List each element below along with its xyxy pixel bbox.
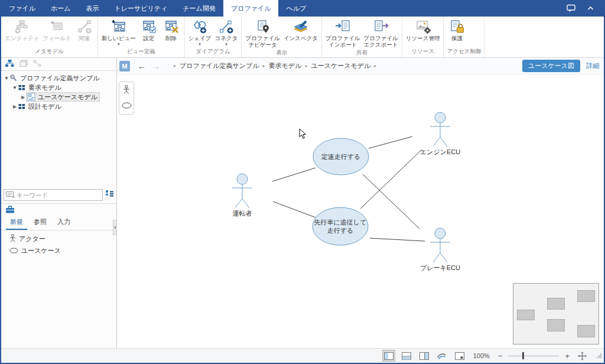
fit-view-icon[interactable] — [575, 350, 588, 362]
actor-leg[interactable] — [440, 137, 447, 147]
zoom-out-button[interactable]: − — [497, 352, 504, 360]
association-edge[interactable] — [272, 168, 315, 181]
layout-horizontal-split-icon[interactable] — [400, 350, 413, 362]
relation-button[interactable]: 関連 — [73, 17, 96, 42]
protect-button[interactable]: 保護 — [445, 17, 468, 42]
status-bar: 100% − + — [1, 348, 604, 363]
toolbox-item-label: アクター — [19, 235, 45, 243]
breadcrumb-separator-icon: ▸ — [374, 63, 376, 69]
menu-tab-file[interactable]: ファイル — [1, 0, 43, 17]
nav-back-icon[interactable]: ← — [135, 62, 149, 70]
toolbox-tab-input[interactable]: 入力 — [53, 216, 74, 230]
actor-leg[interactable] — [433, 137, 440, 147]
toolbox-item-actor[interactable]: アクター — [9, 234, 116, 244]
entity-icon — [14, 18, 30, 35]
app-window: ファイル ホーム 表示 トレーサビリティ チーム開発 プロファイル ヘルプ エン… — [0, 0, 605, 364]
toolbox-tab-reference[interactable]: 参照 — [30, 216, 51, 230]
breadcrumb-segment[interactable]: 要求モデル — [269, 61, 302, 70]
user-avatar[interactable]: M — [119, 61, 130, 72]
profile-navigator-button[interactable]: プロファイル ナビゲータ — [243, 17, 281, 48]
actor-leg[interactable] — [440, 253, 447, 262]
breadcrumb: ▸ プロファイル定義サンプル ▸ 要求モデル ▸ ユースケースモデル ▸ — [174, 61, 376, 70]
breadcrumb-segment[interactable]: ユースケースモデル — [311, 61, 370, 70]
palette-usecase-icon[interactable] — [122, 100, 132, 111]
expander-down-icon[interactable]: ▼ — [12, 85, 18, 90]
breadcrumb-separator-icon: ▸ — [305, 63, 307, 69]
profile-export-button[interactable]: プロファイル エクスポート — [362, 17, 399, 48]
diagram-canvas[interactable]: 運転者エンジンECUブレーキECU定速走行する先行車に追従して走行する — [117, 74, 604, 348]
ribbon-group-diagram: シェイプ ▾ コネクタ ▾ ダイアグラム — [185, 17, 242, 57]
expander-down-icon[interactable]: ▼ — [4, 76, 9, 81]
usecase-label: 定速走行する — [321, 153, 361, 160]
association-edge[interactable] — [370, 238, 425, 241]
toolbox-item-usecase[interactable]: ユースケース — [9, 246, 116, 256]
menu-tab-team[interactable]: チーム開発 — [175, 0, 223, 17]
menu-tab-profile[interactable]: プロファイル — [223, 0, 279, 17]
tree-item-profile-sample[interactable]: ▼ プロファイル定義サンプル — [1, 73, 116, 83]
relation-view-icon[interactable] — [33, 59, 41, 70]
entity-button[interactable]: エンティティ — [3, 17, 41, 42]
actor-head[interactable] — [435, 112, 445, 123]
tree-item-usecase-model[interactable]: ▶ ユースケースモデル — [1, 92, 116, 102]
palette-actor-icon[interactable] — [123, 85, 130, 97]
zoom-slider[interactable] — [508, 352, 559, 360]
breadcrumb-segment[interactable]: プロファイル定義サンプル — [180, 61, 259, 70]
resize-grip[interactable] — [597, 353, 601, 358]
profile-import-button[interactable]: プロファイル インポート — [324, 17, 362, 48]
minimap[interactable] — [513, 283, 599, 344]
view-list-icon[interactable] — [19, 59, 28, 70]
actor-leg[interactable] — [235, 199, 242, 208]
association-edge[interactable] — [369, 136, 412, 148]
minimap-toggle-icon[interactable] — [453, 350, 466, 362]
menu-tab-help[interactable]: ヘルプ — [278, 0, 314, 17]
ribbon-group-label: ビュー定義 — [100, 47, 183, 57]
zoom-in-button[interactable]: + — [564, 352, 571, 360]
actor-label: ブレーキECU — [420, 264, 460, 271]
new-view-button[interactable]: 新しいビュー ▾ — [100, 17, 138, 46]
collapse-ribbon-icon[interactable] — [584, 2, 597, 14]
actor-head[interactable] — [435, 228, 445, 239]
view-delete-button[interactable]: 削除 — [160, 17, 183, 42]
association-edge[interactable] — [273, 202, 315, 217]
layout-single-icon[interactable] — [382, 350, 395, 362]
resource-management-button[interactable]: リソース管理 — [404, 17, 442, 42]
feedback-comment-icon[interactable] — [565, 2, 578, 14]
actor-leg[interactable] — [242, 199, 249, 208]
ribbon-group-label: 共有 — [324, 48, 400, 58]
ribbon-group-label: アクセス制御 — [445, 47, 482, 57]
menu-tab-traceability[interactable]: トレーサビリティ — [107, 0, 175, 17]
tree-item-requirement-model[interactable]: ▼ 要求モデル — [1, 83, 116, 92]
chevron-down-icon: ▾ — [199, 43, 201, 46]
detail-link[interactable]: 詳細 — [586, 61, 599, 70]
connector-button[interactable]: コネクタ ▾ — [213, 17, 240, 46]
usecase-node[interactable] — [313, 207, 368, 245]
view-settings-button[interactable]: 設定 — [138, 17, 160, 42]
expander-right-icon[interactable]: ▶ — [20, 95, 26, 100]
association-edge[interactable] — [360, 150, 422, 209]
sidebar-collapse-handle[interactable] — [113, 220, 116, 235]
field-button[interactable]: フィールド — [41, 17, 73, 42]
usecase-diagram-view-button[interactable]: ユースケース図 — [522, 60, 580, 72]
actor-head[interactable] — [237, 174, 248, 184]
keyword-type-icon[interactable] — [6, 190, 15, 200]
model-navigator-icon[interactable] — [5, 59, 14, 70]
view-settings-icon — [141, 18, 157, 35]
tree-item-design-model[interactable]: ▶ 設計モデル — [1, 102, 116, 111]
trace-view-icon[interactable] — [435, 350, 448, 362]
zoom-slider-handle[interactable] — [522, 352, 524, 359]
menu-tab-view[interactable]: 表示 — [79, 0, 107, 17]
shape-button[interactable]: シェイプ ▾ — [187, 17, 213, 46]
menu-tab-home[interactable]: ホーム — [43, 0, 79, 17]
layout-vertical-split-icon[interactable] — [418, 350, 431, 362]
keyword-search-input[interactable] — [17, 191, 100, 199]
toolbox-tab-new[interactable]: 新規 — [6, 216, 27, 230]
association-edge[interactable] — [363, 174, 419, 229]
expander-right-icon[interactable]: ▶ — [12, 104, 18, 109]
ribbon-button-label: 関連 — [79, 35, 90, 42]
ribbon-button-label: 設定 — [143, 35, 154, 42]
zoom-level-label: 100% — [473, 352, 490, 359]
actor-leg[interactable] — [433, 253, 440, 262]
filter-search-icon[interactable] — [105, 190, 114, 200]
nav-forward-icon[interactable]: → — [149, 62, 163, 70]
inspector-button[interactable]: インスペクタ — [282, 17, 320, 42]
